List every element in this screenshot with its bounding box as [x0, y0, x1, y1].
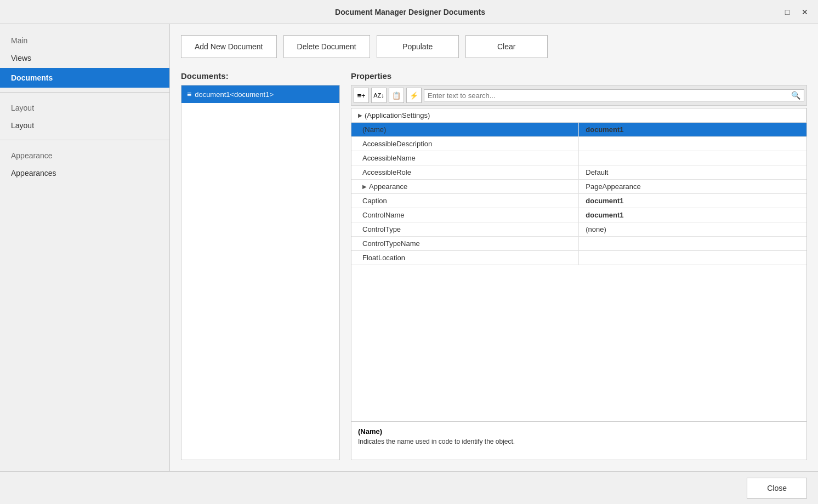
prop-value — [579, 137, 806, 151]
prop-label: ControlName — [351, 208, 579, 222]
properties-table-inner[interactable]: ▶ (ApplicationSettings) (Name) document1 — [351, 108, 806, 421]
properties-table: ▶ (ApplicationSettings) (Name) document1 — [351, 108, 807, 460]
sidebar-divider-2 — [0, 140, 169, 140]
prop-label: ControlTypeName — [351, 237, 579, 251]
prop-label: AccessibleName — [351, 151, 579, 165]
sidebar: Main Views Documents Layout Layout Appea… — [0, 24, 170, 471]
prop-grid: ▶ (ApplicationSettings) (Name) document1 — [351, 108, 806, 265]
prop-row-accessible-name[interactable]: AccessibleName — [351, 151, 806, 165]
add-new-document-button[interactable]: Add New Document — [181, 35, 277, 58]
sidebar-divider-1 — [0, 92, 169, 93]
properties-panel: Properties ≡+ AZ↓ 📋 ⚡ 🔍 — [351, 71, 807, 460]
prop-row-accessible-description[interactable]: AccessibleDescription — [351, 137, 806, 151]
close-button[interactable]: Close — [747, 478, 807, 499]
prop-label: ▶ Appearance — [351, 180, 579, 194]
prop-row-name[interactable]: (Name) document1 — [351, 123, 806, 137]
bottom-bar: Close — [0, 471, 818, 504]
prop-row-appearance[interactable]: ▶ Appearance PageAppearance — [351, 180, 806, 194]
sidebar-header-main: Main — [0, 30, 169, 48]
prop-label: AccessibleRole — [351, 165, 579, 180]
prop-label: Caption — [351, 194, 579, 208]
section-arrow-icon: ▶ — [358, 112, 362, 118]
title-bar: Document Manager Designer Documents □ ✕ — [0, 0, 818, 24]
delete-document-button[interactable]: Delete Document — [283, 35, 370, 58]
toolbar: Add New Document Delete Document Populat… — [181, 35, 807, 58]
documents-title: Documents: — [181, 71, 340, 81]
window-title: Document Manager Designer Documents — [39, 8, 781, 16]
main-layout: Main Views Documents Layout Layout Appea… — [0, 24, 818, 471]
description-text: Indicates the name used in code to ident… — [358, 438, 800, 445]
prop-value — [579, 251, 806, 265]
clear-button[interactable]: Clear — [465, 35, 548, 58]
prop-name-label: (Name) — [351, 123, 579, 137]
alphabetical-view-btn[interactable]: AZ↓ — [371, 88, 387, 103]
sidebar-header-appearance: Appearance — [0, 145, 169, 163]
document-item-label: document1<document1> — [195, 90, 274, 99]
prop-label-text: Appearance — [369, 182, 407, 191]
description-title: (Name) — [358, 427, 800, 436]
search-input[interactable] — [428, 91, 791, 100]
prop-value: (none) — [579, 222, 806, 237]
events-btn[interactable]: ⚡ — [406, 88, 422, 103]
close-window-button[interactable]: ✕ — [798, 5, 811, 19]
prop-row-control-type[interactable]: ControlType (none) — [351, 222, 806, 237]
search-icon: 🔍 — [791, 91, 800, 100]
documents-list: ≡ document1<document1> — [181, 85, 340, 460]
prop-label: FloatLocation — [351, 251, 579, 265]
panels: Documents: ≡ document1<document1> Proper… — [181, 71, 807, 460]
sidebar-header-layout: Layout — [0, 97, 169, 116]
prop-row-control-type-name[interactable]: ControlTypeName — [351, 237, 806, 251]
sidebar-item-appearances[interactable]: Appearances — [0, 163, 169, 183]
prop-row-control-name[interactable]: ControlName document1 — [351, 208, 806, 222]
properties-toolbar: ≡+ AZ↓ 📋 ⚡ 🔍 — [351, 85, 807, 106]
categorized-view-btn[interactable]: ≡+ — [354, 88, 369, 103]
properties-search-box: 🔍 — [424, 89, 804, 101]
prop-value: PageAppearance — [579, 180, 806, 194]
title-normal: Document Manager Designer — [335, 8, 444, 16]
sidebar-item-views[interactable]: Views — [0, 48, 169, 68]
prop-value: document1 — [579, 194, 806, 208]
expand-arrow-icon: ▶ — [362, 184, 367, 190]
prop-row-accessible-role[interactable]: AccessibleRole Default — [351, 165, 806, 180]
prop-section-application-settings[interactable]: ▶ (ApplicationSettings) — [351, 108, 806, 123]
prop-value — [579, 151, 806, 165]
prop-value — [579, 237, 806, 251]
sidebar-item-documents[interactable]: Documents — [0, 68, 169, 88]
document-item[interactable]: ≡ document1<document1> — [181, 85, 339, 103]
prop-value: document1 — [579, 208, 806, 222]
document-icon: ≡ — [187, 90, 191, 99]
prop-label: AccessibleDescription — [351, 137, 579, 151]
prop-value: Default — [579, 165, 806, 180]
prop-name-value: document1 — [579, 123, 806, 137]
prop-row-caption[interactable]: Caption document1 — [351, 194, 806, 208]
prop-row-float-location[interactable]: FloatLocation — [351, 251, 806, 265]
prop-section-label: (ApplicationSettings) — [365, 111, 430, 119]
title-bold: Documents — [444, 8, 485, 16]
sidebar-item-layout[interactable]: Layout — [0, 116, 169, 135]
populate-button[interactable]: Populate — [377, 35, 459, 58]
documents-panel: Documents: ≡ document1<document1> — [181, 71, 340, 460]
prop-label: ControlType — [351, 222, 579, 237]
content-area: Add New Document Delete Document Populat… — [170, 24, 818, 471]
properties-description: (Name) Indicates the name used in code t… — [351, 421, 806, 460]
minimize-button[interactable]: □ — [781, 5, 794, 19]
property-pages-btn[interactable]: 📋 — [389, 88, 404, 103]
properties-title: Properties — [351, 71, 807, 81]
window-controls: □ ✕ — [781, 5, 811, 19]
